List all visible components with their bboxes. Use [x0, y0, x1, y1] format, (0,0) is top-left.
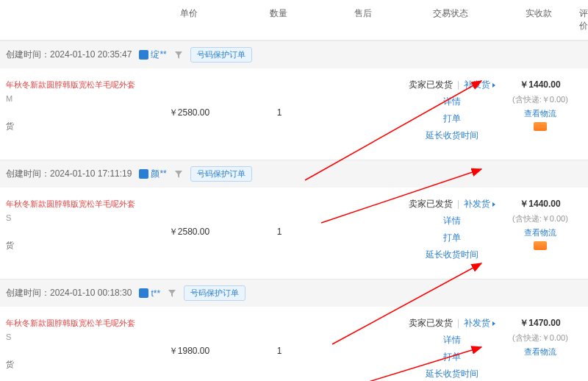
buyer-wangwang[interactable]: 绽** — [139, 49, 166, 61]
buyer-name: 颜** — [151, 168, 166, 180]
col-payment-header: 实收款 — [498, 7, 579, 32]
status-text: 卖家已发货 — [409, 199, 453, 209]
ship-label: 货 — [6, 121, 143, 132]
col-status-header: 交易状态 — [404, 7, 499, 32]
detail-link[interactable]: 详情 — [443, 96, 461, 107]
alipay-icon — [534, 241, 547, 250]
filter-icon[interactable] — [174, 51, 183, 60]
buyer-name: t** — [151, 288, 160, 299]
wangwang-icon — [139, 50, 148, 60]
after-sale — [323, 317, 404, 381]
order-meta-row: 创建时间：2024-01-10 00:18:30 t** 号码保护订单 — [0, 279, 588, 307]
col-qty-header: 数量 — [234, 7, 323, 32]
express-fee: (含快递:￥0.00) — [500, 94, 581, 105]
protect-order-badge[interactable]: 号码保护订单 — [184, 285, 245, 301]
payment-amount: ￥1440.00 — [500, 79, 581, 91]
status-text: 卖家已发货 — [409, 318, 453, 328]
create-time-label: 创建时间：2024-01-10 17:11:19 — [6, 168, 132, 180]
print-link[interactable]: 打单 — [443, 352, 461, 362]
unit-price: ￥2580.00 — [143, 79, 235, 146]
product-spec: M — [6, 94, 143, 103]
after-sale — [323, 198, 404, 266]
create-time-label: 创建时间：2024-01-10 20:35:47 — [6, 49, 132, 61]
view-logistics-link[interactable]: 查看物流 — [500, 227, 581, 238]
restock-link[interactable]: 补发货 — [464, 318, 495, 328]
unit-price: ￥1980.00 — [143, 317, 235, 381]
quantity: 1 — [235, 198, 323, 266]
wangwang-icon — [139, 288, 148, 298]
order-meta-row: 创建时间：2024-01-10 17:11:19 颜** 号码保护订单 — [0, 160, 588, 188]
order-detail-row: 年秋冬新款圆脖韩版宽松羊毛呢外套 S 货 ￥2580.00 1 卖家已发货 | … — [0, 188, 588, 279]
product-name[interactable]: 年秋冬新款圆脖韩版宽松羊毛呢外套 — [6, 79, 143, 91]
view-logistics-link[interactable]: 查看物流 — [500, 108, 581, 119]
col-product-header — [0, 7, 143, 32]
ship-label: 货 — [6, 359, 143, 370]
view-logistics-link[interactable]: 查看物流 — [500, 346, 581, 357]
print-link[interactable]: 打单 — [443, 232, 461, 243]
col-after-header: 售后 — [323, 7, 404, 32]
filter-icon[interactable] — [168, 289, 176, 298]
payment-amount: ￥1440.00 — [500, 198, 581, 210]
quantity: 1 — [235, 317, 323, 381]
product-name[interactable]: 年秋冬新款圆脖韩版宽松羊毛呢外套 — [6, 198, 143, 210]
ship-label: 货 — [6, 240, 143, 251]
payment-amount: ￥1470.00 — [500, 317, 581, 330]
detail-link[interactable]: 详情 — [443, 216, 461, 226]
extend-receive-link[interactable]: 延长收货时间 — [426, 249, 478, 260]
restock-link[interactable]: 补发货 — [464, 199, 495, 209]
wangwang-icon — [139, 169, 148, 179]
order-detail-row: 年秋冬新款圆脖韩版宽松羊毛呢外套 S 货 ￥1980.00 1 卖家已发货 | … — [0, 307, 588, 381]
alipay-icon — [534, 122, 547, 131]
print-link[interactable]: 打单 — [443, 113, 461, 124]
order-detail-row: 年秋冬新款圆脖韩版宽松羊毛呢外套 M 货 ￥2580.00 1 卖家已发货 | … — [0, 68, 588, 160]
protect-order-badge[interactable]: 号码保护订单 — [190, 166, 252, 182]
col-price-header: 单价 — [143, 7, 235, 32]
create-time-label: 创建时间：2024-01-10 00:18:30 — [6, 287, 132, 299]
product-spec: S — [6, 332, 143, 341]
quantity: 1 — [235, 79, 323, 146]
status-text: 卖家已发货 — [409, 79, 453, 90]
restock-link[interactable]: 补发货 — [464, 79, 495, 90]
buyer-wangwang[interactable]: t** — [139, 288, 160, 299]
table-header: 单价 数量 售后 交易状态 实收款 评价 — [0, 0, 588, 40]
order-block: 创建时间：2024-01-10 20:35:47 绽** 号码保护订单 年秋冬新… — [0, 40, 588, 160]
extend-receive-link[interactable]: 延长收货时间 — [426, 130, 478, 140]
order-meta-row: 创建时间：2024-01-10 20:35:47 绽** 号码保护订单 — [0, 41, 588, 68]
product-name[interactable]: 年秋冬新款圆脖韩版宽松羊毛呢外套 — [6, 317, 143, 330]
order-block: 创建时间：2024-01-10 17:11:19 颜** 号码保护订单 年秋冬新… — [0, 160, 588, 279]
buyer-name: 绽** — [151, 49, 166, 61]
detail-link[interactable]: 详情 — [443, 335, 461, 345]
extend-receive-link[interactable]: 延长收货时间 — [426, 368, 478, 379]
filter-icon[interactable] — [174, 170, 183, 179]
protect-order-badge[interactable]: 号码保护订单 — [190, 47, 252, 63]
product-spec: S — [6, 213, 143, 222]
express-fee: (含快递:￥0.00) — [500, 332, 581, 343]
unit-price: ￥2580.00 — [143, 198, 235, 266]
col-review-header: 评价 — [579, 7, 588, 32]
express-fee: (含快递:￥0.00) — [500, 213, 581, 224]
after-sale — [323, 79, 404, 146]
buyer-wangwang[interactable]: 颜** — [139, 168, 166, 180]
order-block: 创建时间：2024-01-10 00:18:30 t** 号码保护订单 年秋冬新… — [0, 279, 588, 381]
